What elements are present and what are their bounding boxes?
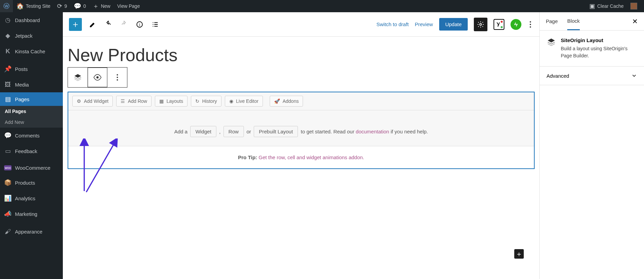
menu-posts[interactable]: 📌Posts <box>0 61 63 77</box>
feedback-icon: ▭ <box>4 147 12 155</box>
add-block-fab[interactable]: ＋ <box>514 249 524 259</box>
so-tip-link[interactable]: Get the row, cell and widget animations … <box>258 154 364 160</box>
redo-button[interactable] <box>119 20 129 29</box>
menu-jetpack[interactable]: ◆Jetpack <box>0 28 63 43</box>
editor-canvas[interactable]: New Products ⚙Add Widget ☰Add Row ▦Layou… <box>63 37 539 279</box>
admin-sidebar: ◷Dashboard ◆Jetpack KKinsta Cache 📌Posts… <box>0 12 63 279</box>
wp-logo[interactable]: ⓦ <box>0 0 13 12</box>
dashboard-icon: ◷ <box>4 16 12 24</box>
refresh-icon: ⟳ <box>57 2 62 10</box>
settings-button[interactable] <box>474 18 487 31</box>
so-live-editor[interactable]: ◉Live Editor <box>225 96 263 107</box>
info-button[interactable]: i <box>135 20 144 29</box>
so-layouts[interactable]: ▦Layouts <box>155 96 187 107</box>
so-addons[interactable]: 🚀Addons <box>270 96 303 107</box>
preview-toggle[interactable] <box>88 68 107 87</box>
site-name[interactable]: 🏠Testing Site <box>13 0 54 12</box>
comment-icon: 💬 <box>4 132 12 139</box>
layers-icon <box>547 37 556 47</box>
menu-media[interactable]: 🖾Media <box>0 77 63 92</box>
svg-point-2 <box>480 23 482 25</box>
page-title[interactable]: New Products <box>68 45 535 65</box>
submenu-add-new[interactable]: Add New <box>0 117 63 128</box>
new-content[interactable]: ＋New <box>89 0 114 12</box>
block-title: SiteOrigin Layout <box>561 37 637 43</box>
svg-point-9 <box>117 79 118 81</box>
undo-button[interactable] <box>104 20 113 29</box>
update-button[interactable]: Update <box>439 18 468 31</box>
editor: ＋ i Switch to draft Preview Update New P… <box>63 12 644 279</box>
close-inspector[interactable]: ✕ <box>632 17 638 25</box>
plus-icon: ＋ <box>93 2 99 10</box>
history-icon: ↻ <box>195 98 199 104</box>
block-more[interactable] <box>107 68 127 87</box>
so-chip-prebuilt[interactable]: Prebuilt Layout <box>254 126 298 137</box>
home-icon: 🏠 <box>16 2 24 10</box>
menu-comments[interactable]: 💬Comments <box>0 128 63 143</box>
add-block-button[interactable]: ＋ <box>69 18 82 31</box>
admin-bar: ⓦ 🏠Testing Site ⟳9 💬0 ＋New View Page ▣Cl… <box>0 0 644 12</box>
block-toolbar <box>68 67 127 88</box>
so-chip-row[interactable]: Row <box>223 126 244 137</box>
rows-icon: ☰ <box>121 98 125 104</box>
svg-text:i: i <box>139 22 140 27</box>
svg-point-8 <box>117 77 118 78</box>
menu-appearance[interactable]: 🖌Appearance <box>0 224 63 239</box>
pages-icon: ▤ <box>4 95 12 103</box>
menu-pages[interactable]: ▤Pages <box>0 92 63 106</box>
woo-icon: woo <box>4 165 12 170</box>
submenu-all-pages[interactable]: All Pages <box>0 106 63 117</box>
svg-point-6 <box>96 76 99 79</box>
menu-analytics[interactable]: 📊Analytics <box>0 190 63 206</box>
clear-cache[interactable]: ▣Clear Cache <box>586 0 627 12</box>
advanced-section[interactable]: Advanced <box>540 67 644 85</box>
layout-icon: ▦ <box>159 98 164 104</box>
tab-block[interactable]: Block <box>567 13 580 30</box>
inspector-tabs: Page Block ✕ <box>540 12 644 31</box>
inspector-panel: Page Block ✕ SiteOrigin Layout Build a l… <box>539 12 644 279</box>
so-chip-widget[interactable]: Widget <box>190 126 216 137</box>
user-account[interactable] <box>627 0 641 12</box>
jetpack-button[interactable] <box>511 19 521 30</box>
products-icon: 📦 <box>4 179 12 186</box>
tab-page[interactable]: Page <box>546 13 558 30</box>
preview-button[interactable]: Preview <box>415 21 433 27</box>
block-info: SiteOrigin Layout Build a layout using S… <box>540 31 644 67</box>
media-icon: 🖾 <box>4 81 12 88</box>
cache-icon: ▣ <box>589 2 595 10</box>
menu-feedback[interactable]: ▭Feedback <box>0 143 63 159</box>
so-doc-link[interactable]: documentation <box>356 129 389 134</box>
so-body: Add a Widget , Row or Prebuilt Layout to… <box>68 110 534 146</box>
more-options[interactable] <box>527 19 533 30</box>
so-toolbar: ⚙Add Widget ☰Add Row ▦Layouts ↻History ◉… <box>68 92 534 110</box>
menu-woocommerce[interactable]: wooWooCommerce <box>0 161 63 175</box>
outline-button[interactable] <box>150 20 160 29</box>
pages-submenu: All Pages Add New <box>0 106 63 128</box>
block-desc: Build a layout using SiteOrigin's Page B… <box>561 45 637 59</box>
menu-dashboard[interactable]: ◷Dashboard <box>0 12 63 28</box>
block-type-icon[interactable] <box>68 68 88 87</box>
so-tip: Pro Tip: Get the row, cell and widget an… <box>68 146 534 168</box>
edit-mode-icon[interactable] <box>88 20 97 29</box>
comments-count[interactable]: 💬0 <box>70 0 89 12</box>
kinsta-icon: K <box>4 48 12 55</box>
comment-icon: 💬 <box>74 2 81 10</box>
avatar <box>630 3 637 10</box>
yoast-button[interactable] <box>494 19 504 30</box>
chevron-down-icon <box>631 73 637 79</box>
editor-topbar: ＋ i Switch to draft Preview Update <box>63 12 539 37</box>
updates[interactable]: ⟳9 <box>54 0 70 12</box>
so-add-widget[interactable]: ⚙Add Widget <box>72 96 113 107</box>
so-history[interactable]: ↻History <box>191 96 221 107</box>
so-add-row[interactable]: ☰Add Row <box>116 96 151 107</box>
view-page[interactable]: View Page <box>114 0 143 12</box>
editor-main: ＋ i Switch to draft Preview Update New P… <box>63 12 539 279</box>
analytics-icon: 📊 <box>4 194 12 202</box>
jetpack-icon: ◆ <box>4 32 12 39</box>
menu-kinsta[interactable]: KKinsta Cache <box>0 43 63 59</box>
pin-icon: 📌 <box>4 65 12 73</box>
menu-products[interactable]: 📦Products <box>0 175 63 190</box>
siteorigin-panel: ⚙Add Widget ☰Add Row ▦Layouts ↻History ◉… <box>68 92 535 169</box>
menu-marketing[interactable]: 📣Marketing <box>0 206 63 222</box>
switch-to-draft[interactable]: Switch to draft <box>376 21 409 27</box>
